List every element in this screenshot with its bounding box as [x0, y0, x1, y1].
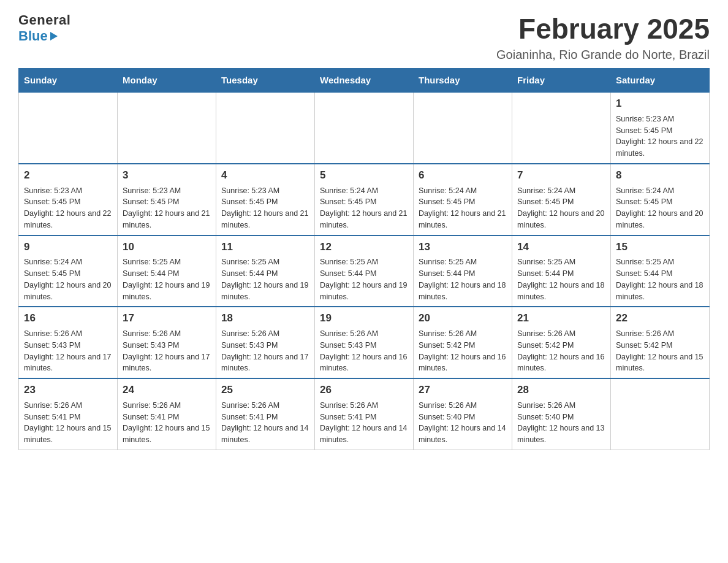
day-info: Sunrise: 5:26 AM Sunset: 5:43 PM Dayligh… [221, 328, 309, 374]
day-info: Sunrise: 5:26 AM Sunset: 5:41 PM Dayligh… [221, 400, 309, 446]
day-info: Sunrise: 5:26 AM Sunset: 5:41 PM Dayligh… [24, 400, 112, 446]
day-info: Sunrise: 5:23 AM Sunset: 5:45 PM Dayligh… [24, 185, 112, 231]
calendar-cell: 12Sunrise: 5:25 AM Sunset: 5:44 PM Dayli… [315, 236, 414, 307]
day-info: Sunrise: 5:25 AM Sunset: 5:44 PM Dayligh… [517, 256, 605, 302]
subtitle: Goianinha, Rio Grande do Norte, Brazil [496, 48, 710, 62]
calendar-week-row: 9Sunrise: 5:24 AM Sunset: 5:45 PM Daylig… [19, 236, 710, 307]
day-info: Sunrise: 5:26 AM Sunset: 5:42 PM Dayligh… [616, 328, 704, 374]
day-info: Sunrise: 5:25 AM Sunset: 5:44 PM Dayligh… [123, 256, 211, 302]
day-number: 11 [221, 240, 309, 255]
day-info: Sunrise: 5:26 AM Sunset: 5:42 PM Dayligh… [419, 328, 507, 374]
calendar-cell: 3Sunrise: 5:23 AM Sunset: 5:45 PM Daylig… [118, 164, 216, 236]
calendar-table: SundayMondayTuesdayWednesdayThursdayFrid… [18, 68, 710, 450]
page-header: General Blue February 2025 Goianinha, Ri… [18, 12, 710, 62]
day-info: Sunrise: 5:23 AM Sunset: 5:45 PM Dayligh… [616, 113, 704, 159]
day-info: Sunrise: 5:26 AM Sunset: 5:41 PM Dayligh… [123, 400, 211, 446]
calendar-cell: 28Sunrise: 5:26 AM Sunset: 5:40 PM Dayli… [512, 378, 611, 450]
day-info: Sunrise: 5:24 AM Sunset: 5:45 PM Dayligh… [517, 185, 605, 231]
day-info: Sunrise: 5:25 AM Sunset: 5:44 PM Dayligh… [616, 256, 704, 302]
day-number: 15 [616, 240, 704, 255]
day-info: Sunrise: 5:25 AM Sunset: 5:44 PM Dayligh… [221, 256, 309, 302]
logo-text: General Blue [18, 12, 70, 44]
col-header-friday: Friday [512, 69, 611, 93]
calendar-cell: 9Sunrise: 5:24 AM Sunset: 5:45 PM Daylig… [19, 236, 118, 307]
calendar-cell: 18Sunrise: 5:26 AM Sunset: 5:43 PM Dayli… [216, 307, 315, 378]
calendar-cell: 22Sunrise: 5:26 AM Sunset: 5:42 PM Dayli… [611, 307, 710, 378]
calendar-cell: 5Sunrise: 5:24 AM Sunset: 5:45 PM Daylig… [315, 164, 414, 236]
calendar-cell: 8Sunrise: 5:24 AM Sunset: 5:45 PM Daylig… [611, 164, 710, 236]
day-number: 5 [320, 168, 408, 183]
calendar-cell: 20Sunrise: 5:26 AM Sunset: 5:42 PM Dayli… [414, 307, 512, 378]
calendar-cell: 4Sunrise: 5:23 AM Sunset: 5:45 PM Daylig… [216, 164, 315, 236]
calendar-cell [216, 92, 315, 164]
day-info: Sunrise: 5:26 AM Sunset: 5:40 PM Dayligh… [419, 400, 507, 446]
calendar-cell [414, 92, 512, 164]
day-info: Sunrise: 5:23 AM Sunset: 5:45 PM Dayligh… [123, 185, 211, 231]
calendar-header-row: SundayMondayTuesdayWednesdayThursdayFrid… [19, 69, 710, 93]
calendar-week-row: 1Sunrise: 5:23 AM Sunset: 5:45 PM Daylig… [19, 92, 710, 164]
col-header-saturday: Saturday [611, 69, 710, 93]
day-info: Sunrise: 5:25 AM Sunset: 5:44 PM Dayligh… [320, 256, 408, 302]
day-info: Sunrise: 5:24 AM Sunset: 5:45 PM Dayligh… [419, 185, 507, 231]
calendar-cell: 24Sunrise: 5:26 AM Sunset: 5:41 PM Dayli… [118, 378, 216, 450]
day-info: Sunrise: 5:26 AM Sunset: 5:43 PM Dayligh… [123, 328, 211, 374]
calendar-cell: 17Sunrise: 5:26 AM Sunset: 5:43 PM Dayli… [118, 307, 216, 378]
day-number: 21 [517, 311, 605, 326]
day-number: 28 [517, 383, 605, 397]
day-info: Sunrise: 5:24 AM Sunset: 5:45 PM Dayligh… [24, 256, 112, 302]
calendar-cell: 14Sunrise: 5:25 AM Sunset: 5:44 PM Dayli… [512, 236, 611, 307]
day-number: 24 [123, 383, 211, 397]
calendar-cell [118, 92, 216, 164]
day-info: Sunrise: 5:26 AM Sunset: 5:41 PM Dayligh… [320, 400, 408, 446]
calendar-cell: 26Sunrise: 5:26 AM Sunset: 5:41 PM Dayli… [315, 378, 414, 450]
calendar-cell: 19Sunrise: 5:26 AM Sunset: 5:43 PM Dayli… [315, 307, 414, 378]
day-number: 12 [320, 240, 408, 255]
day-number: 16 [24, 311, 112, 326]
title-block: February 2025 Goianinha, Rio Grande do N… [496, 12, 710, 62]
day-number: 23 [24, 383, 112, 397]
day-number: 26 [320, 383, 408, 397]
day-number: 19 [320, 311, 408, 326]
day-info: Sunrise: 5:26 AM Sunset: 5:43 PM Dayligh… [24, 328, 112, 374]
day-number: 8 [616, 168, 704, 183]
day-info: Sunrise: 5:25 AM Sunset: 5:44 PM Dayligh… [419, 256, 507, 302]
calendar-cell [512, 92, 611, 164]
main-title: February 2025 [496, 12, 710, 45]
calendar-week-row: 16Sunrise: 5:26 AM Sunset: 5:43 PM Dayli… [19, 307, 710, 378]
calendar-cell: 25Sunrise: 5:26 AM Sunset: 5:41 PM Dayli… [216, 378, 315, 450]
day-number: 18 [221, 311, 309, 326]
day-number: 9 [24, 240, 112, 255]
day-info: Sunrise: 5:26 AM Sunset: 5:42 PM Dayligh… [517, 328, 605, 374]
col-header-sunday: Sunday [19, 69, 118, 93]
calendar-cell: 11Sunrise: 5:25 AM Sunset: 5:44 PM Dayli… [216, 236, 315, 307]
day-number: 14 [517, 240, 605, 255]
day-number: 4 [221, 168, 309, 183]
day-info: Sunrise: 5:26 AM Sunset: 5:43 PM Dayligh… [320, 328, 408, 374]
day-number: 20 [419, 311, 507, 326]
day-number: 1 [616, 96, 704, 111]
day-number: 13 [419, 240, 507, 255]
calendar-cell: 21Sunrise: 5:26 AM Sunset: 5:42 PM Dayli… [512, 307, 611, 378]
day-number: 17 [123, 311, 211, 326]
calendar-cell: 7Sunrise: 5:24 AM Sunset: 5:45 PM Daylig… [512, 164, 611, 236]
calendar-week-row: 23Sunrise: 5:26 AM Sunset: 5:41 PM Dayli… [19, 378, 710, 450]
day-number: 6 [419, 168, 507, 183]
day-number: 3 [123, 168, 211, 183]
day-number: 22 [616, 311, 704, 326]
calendar-cell: 1Sunrise: 5:23 AM Sunset: 5:45 PM Daylig… [611, 92, 710, 164]
calendar-cell: 6Sunrise: 5:24 AM Sunset: 5:45 PM Daylig… [414, 164, 512, 236]
logo: General Blue [18, 12, 70, 44]
col-header-monday: Monday [118, 69, 216, 93]
day-number: 2 [24, 168, 112, 183]
calendar-week-row: 2Sunrise: 5:23 AM Sunset: 5:45 PM Daylig… [19, 164, 710, 236]
day-info: Sunrise: 5:23 AM Sunset: 5:45 PM Dayligh… [221, 185, 309, 231]
day-info: Sunrise: 5:26 AM Sunset: 5:40 PM Dayligh… [517, 400, 605, 446]
day-info: Sunrise: 5:24 AM Sunset: 5:45 PM Dayligh… [320, 185, 408, 231]
day-number: 27 [419, 383, 507, 397]
calendar-cell: 13Sunrise: 5:25 AM Sunset: 5:44 PM Dayli… [414, 236, 512, 307]
calendar-cell: 16Sunrise: 5:26 AM Sunset: 5:43 PM Dayli… [19, 307, 118, 378]
day-number: 25 [221, 383, 309, 397]
calendar-cell: 23Sunrise: 5:26 AM Sunset: 5:41 PM Dayli… [19, 378, 118, 450]
day-info: Sunrise: 5:24 AM Sunset: 5:45 PM Dayligh… [616, 185, 704, 231]
logo-blue: Blue [18, 28, 70, 44]
